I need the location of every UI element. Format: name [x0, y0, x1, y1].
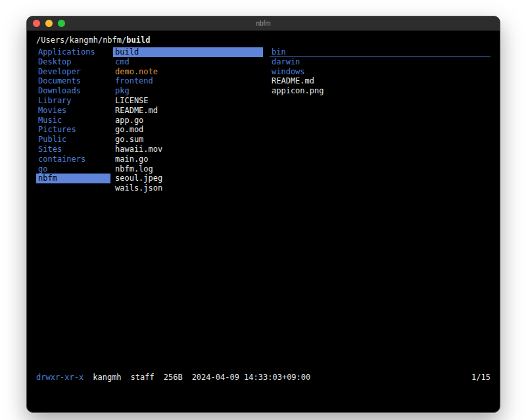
preview-column: bindarwinwindowsREADME.mdappicon.png [270, 47, 490, 96]
current-path: /Users/kangmh/nbfm/build [36, 35, 490, 45]
path-current-dir: build [126, 35, 150, 45]
file-item-sites[interactable]: Sites [36, 145, 110, 154]
file-item-appicon-png[interactable]: appicon.png [270, 86, 490, 96]
file-item-readme-md[interactable]: README.md [270, 76, 490, 86]
minimize-window-button[interactable] [45, 20, 53, 27]
file-item-pkg[interactable]: pkg [113, 86, 263, 96]
file-item-bin[interactable]: bin [270, 47, 490, 57]
current-directory-column: buildcmddemo.notefrontendpkgLICENSEREADM… [113, 47, 263, 193]
file-item-go-sum[interactable]: go.sum [113, 135, 263, 145]
parent-directory-column: ApplicationsDesktopDeveloperDocumentsDow… [36, 47, 110, 183]
file-info: drwxr-xr-x kangmh staff 256B 2024-04-09 … [36, 373, 310, 383]
file-item-demo-note[interactable]: demo.note [113, 67, 263, 77]
file-item-library[interactable]: Library [36, 96, 110, 106]
file-item-movies[interactable]: Movies [36, 106, 110, 116]
file-item-music[interactable]: Music [36, 116, 110, 126]
list-position-indicator: 1/15 [471, 373, 490, 383]
titlebar[interactable]: nbfm [27, 16, 500, 31]
file-item-build[interactable]: build [113, 47, 263, 57]
file-item-pictures[interactable]: Pictures [36, 125, 110, 135]
file-owner: kangmh [93, 373, 121, 383]
file-item-frontend[interactable]: frontend [113, 76, 263, 86]
status-bar: drwxr-xr-x kangmh staff 256B 2024-04-09 … [36, 373, 490, 383]
file-item-wails-json[interactable]: wails.json [113, 183, 263, 193]
file-item-readme-md[interactable]: README.md [113, 106, 263, 116]
file-item-app-go[interactable]: app.go [113, 116, 263, 126]
zoom-window-button[interactable] [58, 20, 65, 27]
file-item-windows[interactable]: windows [270, 67, 490, 77]
file-item-containers[interactable]: containers [36, 154, 110, 164]
path-prefix: /Users/kangmh/nbfm/ [36, 35, 126, 45]
terminal-window: nbfm /Users/kangmh/nbfm/build Applicatio… [26, 16, 500, 413]
file-item-documents[interactable]: Documents [36, 76, 110, 86]
file-item-nbfm[interactable]: nbfm [36, 174, 110, 183]
file-item-desktop[interactable]: Desktop [36, 57, 110, 67]
file-columns: ApplicationsDesktopDeveloperDocumentsDow… [36, 47, 490, 193]
file-modified-date: 2024-04-09 14:33:03+09:00 [192, 373, 311, 383]
window-title: nbfm [27, 20, 500, 27]
file-item-license[interactable]: LICENSE [113, 96, 263, 106]
terminal-content: /Users/kangmh/nbfm/build ApplicationsDes… [27, 31, 500, 413]
file-item-go[interactable]: go [36, 164, 110, 174]
file-size: 256B [164, 373, 183, 383]
traffic-lights [27, 20, 65, 27]
file-group: staff [131, 373, 155, 383]
close-window-button[interactable] [33, 20, 40, 27]
file-item-downloads[interactable]: Downloads [36, 86, 110, 96]
file-permissions: drwxr-xr-x [36, 373, 84, 383]
file-item-cmd[interactable]: cmd [113, 57, 263, 67]
file-item-hawaii-mov[interactable]: hawaii.mov [113, 145, 263, 154]
file-item-darwin[interactable]: darwin [270, 57, 490, 67]
file-item-nbfm-log[interactable]: nbfm.log [113, 164, 263, 174]
file-item-applications[interactable]: Applications [36, 47, 110, 57]
file-item-developer[interactable]: Developer [36, 67, 110, 77]
file-item-seoul-jpeg[interactable]: seoul.jpeg [113, 174, 263, 183]
file-item-main-go[interactable]: main.go [113, 154, 263, 164]
file-item-public[interactable]: Public [36, 135, 110, 145]
file-item-go-mod[interactable]: go.mod [113, 125, 263, 135]
